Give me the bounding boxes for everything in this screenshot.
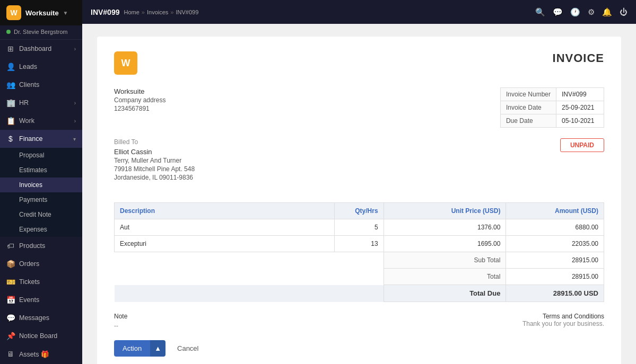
sidebar-item-work[interactable]: 📋 Work › [0, 112, 82, 130]
sidebar-label-payments: Payments [19, 196, 47, 203]
breadcrumb-invoices[interactable]: Invoices [147, 9, 168, 15]
events-icon: 📅 [6, 296, 15, 304]
sidebar-item-messages[interactable]: 💬 Messages [0, 309, 82, 327]
col-qty: Qty/Hrs [335, 203, 384, 219]
total-due-label: Total Due [384, 285, 506, 302]
total-label: Total [384, 269, 506, 285]
col-description: Description [115, 203, 335, 219]
note-label: Note [114, 313, 127, 320]
due-date-label: Due Date [500, 114, 556, 128]
logo-letter: W [10, 8, 17, 17]
row-qty: 13 [335, 236, 384, 252]
orders-icon: 📦 [6, 260, 15, 268]
sidebar-item-credit-note[interactable]: Credit Note [0, 207, 82, 222]
sidebar-item-notice-board[interactable]: 📌 Notice Board [0, 327, 82, 345]
notice-board-icon: 📌 [6, 332, 15, 340]
invoice-card: W INVOICE Worksuite Company address 1234… [97, 37, 621, 364]
sidebar-item-expenses[interactable]: Expenses [0, 222, 82, 237]
search-icon[interactable]: 🔍 [535, 7, 545, 17]
invoice-header: W INVOICE [114, 51, 604, 75]
status-badge: UNPAID [560, 138, 604, 152]
row-amount: 22035.00 [506, 236, 604, 252]
due-date-value: 05-10-2021 [556, 114, 604, 128]
page-title: INV#099 [91, 8, 119, 16]
col-unit-price: Unit Price (USD) [384, 203, 506, 219]
messages-icon: 💬 [6, 314, 15, 322]
sidebar-label-clients: Clients [19, 81, 39, 88]
tickets-icon: 🎫 [6, 278, 15, 286]
row-unit-price: 1376.00 [384, 219, 506, 236]
work-chevron-icon: › [74, 118, 76, 124]
sidebar-item-dashboard[interactable]: ⊞ Dashboard › [0, 40, 82, 58]
chat-icon[interactable]: 💬 [553, 7, 563, 17]
client-address: 79918 Mitchell Pine Apt. 548 [114, 165, 195, 173]
sidebar-item-leads[interactable]: 👤 Leads [0, 58, 82, 76]
sidebar-item-events[interactable]: 📅 Events [0, 291, 82, 309]
invoice-number-label: Invoice Number [500, 88, 556, 101]
clock-icon[interactable]: 🕐 [570, 7, 580, 17]
sidebar-label-proposal: Proposal [19, 152, 44, 159]
invoice-table-footer: Sub Total 28915.00 Total 28915.00 Total … [115, 252, 604, 302]
total-due-value: 28915.00 USD [506, 285, 604, 302]
company-info: Worksuite Company address 1234567891 [114, 87, 165, 117]
billed-row: Billed To Elliot Cassin Terry, Muller An… [114, 138, 604, 192]
app-header[interactable]: W Worksuite ▼ [0, 0, 82, 25]
client-company: Terry, Muller And Turner [114, 157, 195, 164]
products-icon: 🏷 [6, 242, 15, 250]
power-icon[interactable]: ⏻ [620, 7, 628, 16]
settings-icon[interactable]: ⚙ [588, 7, 595, 17]
total-row: Total 28915.00 [115, 269, 604, 285]
sidebar-item-proposal[interactable]: Proposal [0, 148, 82, 163]
finance-icon: $ [6, 135, 15, 143]
leads-icon: 👤 [6, 63, 15, 71]
invoice-logo-letter: W [121, 58, 130, 69]
row-qty: 5 [335, 219, 384, 236]
sidebar-item-orders[interactable]: 📦 Orders [0, 255, 82, 273]
action-button[interactable]: Action [114, 340, 150, 357]
hr-icon: 🏢 [6, 99, 15, 107]
sidebar-label-assets: Assets 🎁 [19, 350, 49, 358]
company-meta-row: Worksuite Company address 1234567891 Inv… [114, 87, 604, 128]
topbar-left: INV#099 Home » Invoices » INV#099 [91, 8, 198, 16]
app-chevron-icon: ▼ [63, 10, 68, 16]
sidebar-item-estimates[interactable]: Estimates [0, 163, 82, 177]
company-name: Worksuite [114, 87, 165, 95]
note-section: Note -- [114, 313, 127, 330]
sidebar-label-estimates: Estimates [19, 166, 47, 174]
sidebar-item-finance[interactable]: $ Finance ▾ [0, 130, 82, 148]
sidebar-item-clients[interactable]: 👥 Clients [0, 76, 82, 94]
sidebar-label-leads: Leads [19, 63, 37, 70]
cancel-button[interactable]: Cancel [171, 340, 205, 357]
sidebar-item-hr[interactable]: 🏢 HR › [0, 94, 82, 112]
row-description: Excepturi [115, 236, 335, 252]
sidebar-item-invoices[interactable]: Invoices [0, 177, 82, 192]
action-toggle-button[interactable]: ▲ [150, 340, 165, 357]
invoice-date-row: Invoice Date 25-09-2021 [500, 101, 604, 114]
row-unit-price: 1695.00 [384, 236, 506, 252]
terms-value: Thank you for your business. [522, 320, 604, 327]
sidebar-label-messages: Messages [19, 314, 49, 322]
sidebar-item-tickets[interactable]: 🎫 Tickets [0, 273, 82, 291]
invoice-table-header: Description Qty/Hrs Unit Price (USD) Amo… [115, 203, 604, 219]
subtotal-label: Sub Total [384, 252, 506, 269]
sidebar-label-notice-board: Notice Board [19, 332, 57, 340]
invoice-meta-table: Invoice Number INV#099 Invoice Date 25-0… [500, 87, 604, 128]
invoice-table-body: Aut 5 1376.00 6880.00 Excepturi 13 1695.… [115, 219, 604, 252]
billed-to-label: Billed To [114, 138, 195, 146]
action-bar: Action ▲ Cancel [114, 340, 604, 357]
main-content: INV#099 Home » Invoices » INV#099 🔍 💬 🕐 … [82, 0, 636, 364]
invoice-title: INVOICE [553, 51, 604, 65]
sidebar-item-assets[interactable]: 🖥 Assets 🎁 [0, 345, 82, 363]
app-logo: W [6, 5, 21, 20]
finance-submenu: Proposal Estimates Invoices Payments Cre… [0, 148, 82, 237]
table-row: Excepturi 13 1695.00 22035.00 [115, 236, 604, 252]
terms-label: Terms and Conditions [522, 313, 604, 320]
due-date-row: Due Date 05-10-2021 [500, 114, 604, 128]
sidebar-item-products[interactable]: 🏷 Products [0, 237, 82, 255]
sidebar-label-credit-note: Credit Note [19, 211, 51, 218]
breadcrumb-home[interactable]: Home [124, 9, 139, 15]
sidebar-item-payments[interactable]: Payments [0, 192, 82, 207]
bell-icon[interactable]: 🔔 [602, 7, 612, 17]
invoice-number-value: INV#099 [556, 88, 604, 101]
breadcrumb-current: INV#099 [176, 9, 198, 15]
